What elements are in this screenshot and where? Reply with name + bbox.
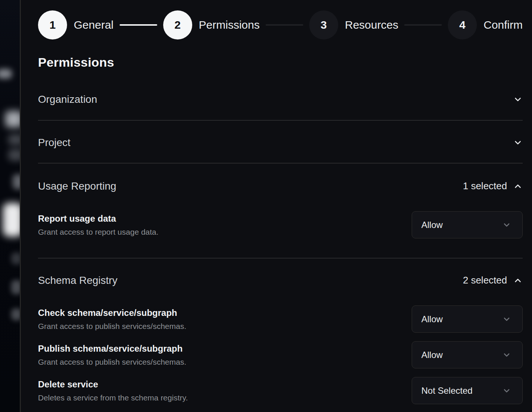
- section-project: Project: [38, 121, 523, 164]
- sidebar-blur-blob: [13, 174, 20, 189]
- selected-count-badge: 1 selected: [463, 180, 507, 192]
- chevron-down-icon[interactable]: [513, 138, 523, 148]
- select-value: Allow: [421, 350, 443, 360]
- permission-description: Grant access to publish services/schemas…: [38, 358, 186, 366]
- step-number: 4: [459, 19, 466, 31]
- background-sidebar: [0, 0, 20, 412]
- step-connector-incomplete: [266, 24, 303, 26]
- section-title: Schema Registry: [38, 275, 117, 286]
- section-schema-registry: Schema Registry 2 selected Check schema/…: [38, 259, 523, 404]
- step-connector-incomplete: [404, 24, 442, 26]
- permission-row-report-usage-data: Report usage data Grant access to report…: [38, 211, 523, 238]
- section-header-right: 1 selected: [463, 180, 523, 192]
- select-value: Allow: [421, 314, 443, 324]
- access-token-wizard-panel: 1 General 2 Permissions 3 Resources 4 Co…: [21, 0, 532, 412]
- step-circle: 3: [309, 10, 338, 39]
- permission-rows: Report usage data Grant access to report…: [38, 211, 523, 238]
- sidebar-blur-blob: [11, 308, 20, 320]
- permission-title: Delete service: [38, 380, 188, 389]
- step-circle: 4: [448, 10, 477, 39]
- chevron-down-icon[interactable]: [513, 95, 523, 104]
- step-number: 1: [50, 19, 56, 31]
- wizard-stepper: 1 General 2 Permissions 3 Resources 4 Co…: [38, 10, 523, 39]
- sidebar-highlight-blob: [3, 203, 20, 237]
- step-number: 2: [174, 19, 181, 31]
- section-usage-reporting: Usage Reporting 1 selected Report usage …: [38, 164, 523, 259]
- permission-description: Deletes a service from the schema regist…: [38, 393, 188, 402]
- permission-select[interactable]: Allow: [412, 211, 523, 238]
- permission-row-delete-service: Delete service Deletes a service from th…: [38, 377, 523, 404]
- section-header-right: 2 selected: [463, 275, 523, 286]
- permission-select[interactable]: Allow: [412, 305, 523, 333]
- chevron-up-icon[interactable]: [513, 276, 523, 285]
- select-value: Not Selected: [421, 386, 472, 396]
- permission-text: Delete service Deletes a service from th…: [38, 380, 188, 402]
- permission-title: Publish schema/service/subgraph: [38, 344, 186, 354]
- permission-select[interactable]: Allow: [412, 341, 523, 368]
- chevron-down-icon: [502, 351, 511, 359]
- sidebar-blur-blob: [11, 280, 20, 294]
- permission-title: Check schema/service/subgraph: [38, 308, 186, 318]
- step-label: General: [74, 19, 114, 31]
- step-number: 3: [320, 19, 327, 31]
- step-resources[interactable]: 3 Resources: [309, 10, 398, 39]
- chevron-up-icon[interactable]: [513, 181, 523, 191]
- step-circle: 1: [38, 10, 67, 39]
- permission-rows: Check schema/service/subgraph Grant acce…: [38, 305, 523, 404]
- page-title: Permissions: [38, 55, 523, 69]
- step-label: Permissions: [199, 19, 260, 31]
- permission-description: Grant access to report usage data.: [38, 228, 158, 236]
- permission-description: Grant access to publish services/schemas…: [38, 322, 186, 330]
- step-confirm[interactable]: 4 Confirm: [448, 10, 523, 39]
- step-general[interactable]: 1 General: [38, 10, 114, 39]
- section-header[interactable]: Usage Reporting 1 selected: [38, 180, 523, 192]
- permission-text: Check schema/service/subgraph Grant acce…: [38, 308, 186, 330]
- sidebar-blur-blob: [5, 111, 20, 127]
- section-title: Organization: [38, 94, 97, 105]
- step-connector-complete: [120, 24, 157, 26]
- section-header[interactable]: Project: [38, 137, 523, 148]
- selected-count-badge: 2 selected: [463, 275, 507, 286]
- step-circle: 2: [163, 10, 192, 39]
- section-organization: Organization: [38, 94, 523, 121]
- step-permissions[interactable]: 2 Permissions: [163, 10, 260, 39]
- section-header[interactable]: Schema Registry 2 selected: [38, 275, 523, 286]
- chevron-down-icon: [502, 315, 511, 324]
- section-title: Usage Reporting: [38, 181, 116, 192]
- permission-text: Publish schema/service/subgraph Grant ac…: [38, 344, 186, 366]
- section-title: Project: [38, 137, 70, 148]
- permission-row-publish-schema: Publish schema/service/subgraph Grant ac…: [38, 341, 523, 368]
- sidebar-blur-blob: [8, 134, 20, 145]
- permission-text: Report usage data Grant access to report…: [38, 214, 158, 236]
- chevron-down-icon: [502, 221, 511, 229]
- sidebar-blur-blob: [0, 69, 12, 79]
- step-label: Resources: [345, 19, 398, 31]
- permission-select[interactable]: Not Selected: [412, 377, 523, 404]
- sidebar-blur-blob: [8, 149, 20, 161]
- step-label: Confirm: [484, 19, 523, 31]
- section-header[interactable]: Organization: [38, 94, 523, 105]
- permission-row-check-schema: Check schema/service/subgraph Grant acce…: [38, 305, 523, 333]
- permission-title: Report usage data: [38, 214, 158, 224]
- sidebar-blur-blob: [11, 253, 20, 264]
- select-value: Allow: [421, 220, 443, 230]
- chevron-down-icon: [502, 386, 511, 395]
